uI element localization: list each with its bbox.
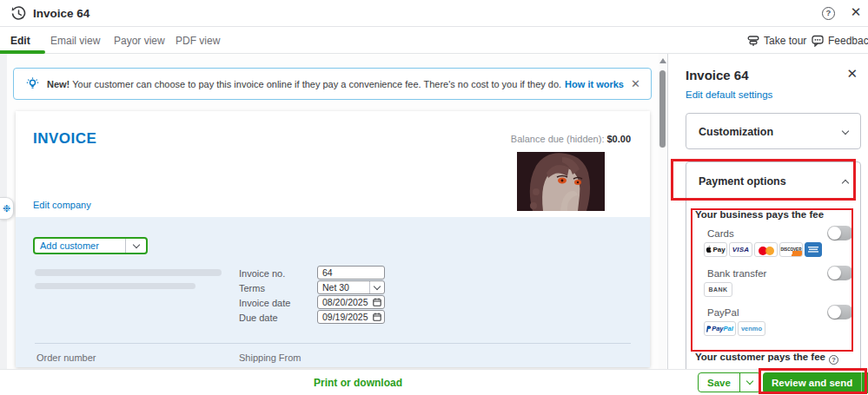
amex-icon — [805, 242, 822, 257]
chevron-down-icon — [369, 281, 384, 293]
add-customer-label: Add customer — [35, 240, 125, 251]
invoice-date-label: Invoice date — [239, 298, 290, 308]
feedback-button[interactable]: Feedback — [812, 32, 868, 49]
add-customer-dropdown[interactable]: Add customer — [33, 237, 148, 254]
save-button[interactable]: Save — [699, 373, 739, 392]
invoice-no-label: Invoice no. — [239, 268, 285, 279]
banner-close-icon[interactable]: ✕ — [631, 77, 640, 90]
invoice-date-input[interactable]: 08/20/2025 — [317, 295, 385, 309]
invoice-edit-pane: ❉ New!Your customer can choose to pay th… — [0, 54, 667, 369]
balance-amount: $0.00 — [606, 134, 631, 144]
invoice-heading: INVOICE — [33, 130, 96, 148]
calendar-icon — [369, 311, 384, 323]
window-close-icon[interactable]: ✕ — [849, 4, 863, 20]
save-dropdown-chevron[interactable] — [739, 373, 760, 392]
settings-sidebar: Invoice 64 ✕ Edit default settings Custo… — [667, 54, 868, 369]
customization-header[interactable]: Customization — [686, 114, 860, 150]
scrollbar-thumb[interactable] — [659, 70, 666, 148]
cards-label: Cards — [707, 228, 734, 239]
view-tabbar: Edit Email view Payor view PDF view ⚙ Ma… — [0, 27, 868, 54]
cards-toggle[interactable] — [827, 226, 853, 240]
edit-company-link[interactable]: Edit company — [33, 200, 91, 210]
history-icon[interactable] — [11, 6, 26, 21]
balance-due: Balance due (hidden):$0.00 — [511, 134, 631, 144]
order-number-label: Order number — [36, 352, 96, 363]
paypal-toggle[interactable] — [827, 305, 853, 319]
sidebar-title: Invoice 64 — [686, 68, 749, 82]
tab-pdf-view[interactable]: PDF view — [176, 35, 220, 47]
banner-badge: New! — [47, 79, 70, 89]
business-pays-heading: Your business pays the fee — [695, 209, 824, 220]
help-icon[interactable]: ? — [822, 7, 835, 20]
sidebar-close-icon[interactable]: ✕ — [846, 66, 858, 82]
print-or-download-link[interactable]: Print or download — [314, 377, 402, 389]
skeleton-bar — [35, 269, 222, 276]
apple-pay-icon: Pay — [704, 242, 727, 257]
window-header: Invoice 64 ? ✕ — [0, 0, 868, 27]
due-date-input[interactable]: 09/19/2025 — [317, 310, 385, 324]
feedback-icon — [812, 35, 824, 47]
page-title: Invoice 64 — [33, 7, 89, 20]
payment-options-accordion: Payment options Your business pays the f… — [686, 161, 861, 387]
scrollbar-up-arrow[interactable] — [659, 58, 666, 63]
invoice-form-section: Add customer Invoice no. 64 Terms Net 30… — [16, 217, 650, 367]
bank-transfer-label: Bank transfer — [707, 268, 766, 279]
calendar-icon — [369, 296, 384, 308]
take-tour-button[interactable]: Take tour — [747, 32, 806, 49]
bank-badge-row: BANK — [704, 282, 732, 297]
mastercard-icon — [754, 242, 778, 257]
customization-accordion: Customization — [686, 113, 861, 149]
feedback-label: Feedback — [828, 35, 868, 47]
paypal-icon: PayPal — [704, 321, 736, 336]
payment-options-header[interactable]: Payment options — [686, 162, 860, 201]
company-logo-image — [517, 152, 605, 211]
convenience-fee-banner: New!Your customer can choose to pay this… — [13, 68, 652, 100]
terms-select[interactable]: Net 30 — [317, 280, 385, 294]
shipping-from-label: Shipping From — [239, 352, 301, 363]
terms-label: Terms — [239, 283, 265, 293]
discover-icon: DISCOVER — [779, 242, 803, 257]
question-icon[interactable]: ? — [829, 355, 838, 365]
chevron-down-icon — [125, 239, 146, 253]
paypal-label: PayPal — [707, 307, 739, 318]
accessibility-gear-widget[interactable]: ❉ — [0, 197, 14, 220]
save-split-button: Save — [698, 372, 761, 392]
take-tour-icon — [747, 35, 759, 47]
invoice-preview-card: INVOICE Balance due (hidden):$0.00 — [16, 111, 650, 367]
visa-icon: VISA — [729, 242, 752, 257]
how-it-works-link[interactable]: How it works — [565, 79, 624, 89]
gear-icon: ❉ — [3, 203, 10, 214]
tab-email-view[interactable]: Email view — [50, 35, 100, 47]
chevron-up-icon — [842, 179, 849, 186]
bank-icon: BANK — [704, 282, 732, 297]
bank-transfer-toggle[interactable] — [827, 266, 853, 280]
lightbulb-icon — [26, 77, 39, 90]
tab-payor-view[interactable]: Payor view — [114, 35, 165, 47]
paypal-badge-row: PayPal venmo — [704, 321, 765, 336]
edit-default-settings-link[interactable]: Edit default settings — [686, 89, 772, 100]
invoice-no-input[interactable]: 64 — [317, 266, 385, 280]
due-date-label: Due date — [239, 313, 278, 323]
take-tour-label: Take tour — [764, 35, 806, 47]
venmo-icon: venmo — [738, 321, 765, 336]
review-and-send-button[interactable]: Review and send — [763, 372, 861, 393]
review-split-button: Review and send — [763, 372, 868, 393]
section-divider — [35, 343, 631, 344]
skeleton-bar — [35, 283, 195, 289]
banner-text: New!Your customer can choose to pay this… — [47, 79, 561, 89]
review-dropdown-chevron[interactable] — [861, 372, 868, 393]
action-footer: Print or download Save Review and send — [0, 369, 868, 395]
chevron-down-icon — [842, 127, 849, 134]
tab-edit[interactable]: Edit — [10, 35, 30, 47]
card-brand-badges: Pay VISA DISCOVER — [704, 242, 822, 257]
invoice-editor-window: Invoice 64 ? ✕ Edit Email view Payor vie… — [0, 0, 868, 395]
customer-pays-heading: Your customer pays the fee? — [695, 352, 838, 365]
